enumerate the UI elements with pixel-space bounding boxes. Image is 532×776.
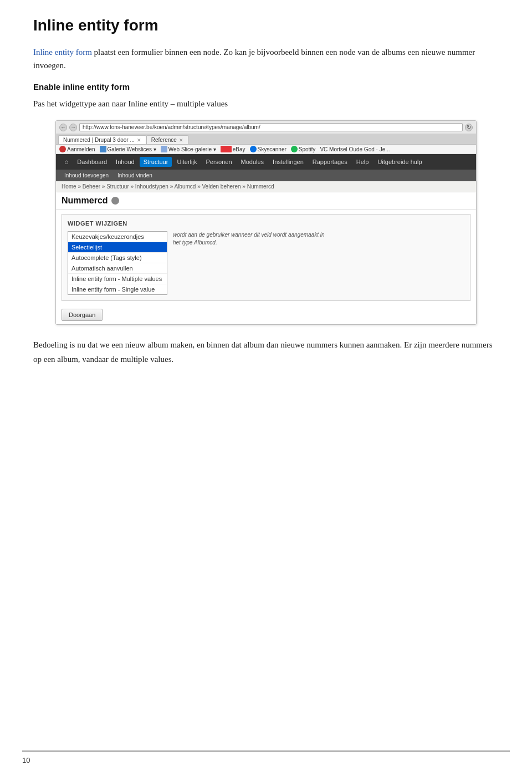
nav-uiterlijk[interactable]: Uiterlijk bbox=[173, 157, 201, 167]
page-footer: 10 bbox=[22, 751, 510, 765]
widget-note-italic: Albumcd bbox=[194, 239, 216, 246]
nav-help[interactable]: Help bbox=[352, 157, 373, 167]
tab2-close[interactable]: ✕ bbox=[179, 137, 183, 143]
inline-entity-form-link[interactable]: Inline entity form bbox=[33, 48, 92, 57]
widget-item-selectielijst[interactable]: Selectielijst bbox=[68, 242, 167, 253]
nav-modules[interactable]: Modules bbox=[237, 157, 268, 167]
back-button[interactable]: ← bbox=[59, 124, 67, 131]
nav-dashboard[interactable]: Dashboard bbox=[73, 157, 111, 167]
widget-note: wordt aan de gebruiker wanneer dit veld … bbox=[173, 231, 328, 247]
nav-inhoud[interactable]: Inhoud bbox=[112, 157, 139, 167]
forward-button[interactable]: → bbox=[69, 124, 77, 131]
page-title: Inline entity form bbox=[33, 17, 499, 34]
page-content: Inline entity form Inline entity form pl… bbox=[0, 0, 532, 411]
widget-list: Keuzevakjes/keuzerondjes Selectielijst A… bbox=[68, 231, 167, 295]
doorgaan-button[interactable]: Doorgaan bbox=[62, 309, 103, 321]
widget-title: WIDGET WIJZIGEN bbox=[68, 220, 464, 227]
nav-instellingen[interactable]: Instellingen bbox=[269, 157, 308, 167]
step-text: Pas het widgettype aan naar Inline entit… bbox=[33, 97, 499, 110]
widget-item-inline-multiple[interactable]: Inline entity form - Multiple values bbox=[68, 274, 167, 284]
gear-icon[interactable] bbox=[111, 197, 119, 205]
bookmark-spotify[interactable]: Spotify bbox=[291, 146, 316, 152]
toolbar-toevoegen[interactable]: Inhoud toevoegen bbox=[60, 171, 112, 180]
drupal-breadcrumb: Home » Beheer » Structuur » Inhoudstypen… bbox=[56, 181, 476, 192]
drupal-title-text: Nummercd bbox=[62, 196, 108, 206]
browser-mockup: ← → http://www.fons-haneveer.be/koen/adm… bbox=[55, 120, 477, 325]
intro-paragraph: Inline entity form plaatst een formulier… bbox=[33, 45, 499, 72]
browser-bar: ← → http://www.fons-haneveer.be/koen/adm… bbox=[56, 121, 476, 134]
widget-box: WIDGET WIJZIGEN Keuzevakjes/keuzerondjes… bbox=[62, 214, 470, 301]
bookmark-skyscanner[interactable]: Skyscanner bbox=[250, 146, 287, 152]
bookmark-icon3 bbox=[161, 146, 167, 152]
widget-item-automatisch[interactable]: Automatisch aanvullen bbox=[68, 263, 167, 274]
bookmark-icon6 bbox=[291, 146, 298, 152]
bookmark-ebay[interactable]: eBay bbox=[221, 146, 245, 152]
bookmark-aanmelden[interactable]: Aanmelden bbox=[59, 146, 95, 152]
nav-personen[interactable]: Personen bbox=[202, 157, 236, 167]
drupal-toolbar2: Inhoud toevoegen Inhoud vinden bbox=[56, 170, 476, 181]
nav-structuur[interactable]: Structuur bbox=[140, 157, 172, 167]
widget-item-inline-single[interactable]: Inline entity form - Single value bbox=[68, 284, 167, 294]
intro-text-rest: plaatst een formulier binnen een node. Z… bbox=[33, 48, 475, 70]
drupal-content: ⌂ Dashboard Inhoud Structuur Uiterlijk P… bbox=[56, 154, 476, 324]
drupal-page-title: Nummercd bbox=[56, 192, 476, 210]
nav-uitgebreide[interactable]: Uitgebreide hulp bbox=[374, 157, 426, 167]
widget-inner: Keuzevakjes/keuzerondjes Selectielijst A… bbox=[68, 231, 464, 295]
browser-tab-reference[interactable]: Reference ✕ bbox=[146, 135, 188, 144]
tab1-close[interactable]: ✕ bbox=[137, 137, 141, 143]
bookmark-galerie[interactable]: Galerie Webslices ▾ bbox=[100, 146, 156, 152]
widget-item-autocomplete[interactable]: Autocomplete (Tags style) bbox=[68, 253, 167, 263]
browser-tabs: Nummercd | Drupal 3 door ... ✕ Reference… bbox=[56, 134, 476, 145]
bookmark-icon2 bbox=[100, 146, 106, 152]
nav-rapportages[interactable]: Rapportages bbox=[309, 157, 351, 167]
nav-home-icon[interactable]: ⌂ bbox=[60, 156, 72, 167]
widget-item-keuzevakjes[interactable]: Keuzevakjes/keuzerondjes bbox=[68, 232, 167, 242]
toolbar-vinden[interactable]: Inhoud vinden bbox=[114, 171, 156, 180]
section-heading: Enable inline entity form bbox=[33, 82, 499, 91]
browser-bookmarks: Aanmelden Galerie Webslices ▾ Web Slice-… bbox=[56, 145, 476, 154]
address-bar[interactable]: http://www.fons-haneveer.be/koen/admin/s… bbox=[79, 123, 463, 131]
page-number: 10 bbox=[22, 756, 30, 764]
bookmark-icon4 bbox=[221, 146, 232, 152]
refresh-button[interactable]: ↻ bbox=[465, 124, 473, 131]
tab2-label: Reference bbox=[151, 137, 177, 143]
bottom-text: Bedoeling is nu dat we een nieuw album m… bbox=[33, 338, 499, 366]
browser-tab-active[interactable]: Nummercd | Drupal 3 door ... ✕ bbox=[58, 135, 146, 144]
bookmark-vc[interactable]: VC Mortsel Oude God - Je... bbox=[320, 146, 390, 152]
drupal-nav: ⌂ Dashboard Inhoud Structuur Uiterlijk P… bbox=[56, 154, 476, 170]
tab1-label: Nummercd | Drupal 3 door ... bbox=[63, 137, 135, 143]
breadcrumb-text: Home » Beheer » Structuur » Inhoudstypen… bbox=[62, 183, 274, 190]
bookmark-icon bbox=[59, 146, 66, 152]
bookmark-webslice[interactable]: Web Slice-galerie ▾ bbox=[161, 146, 216, 152]
bookmark-icon5 bbox=[250, 146, 257, 152]
